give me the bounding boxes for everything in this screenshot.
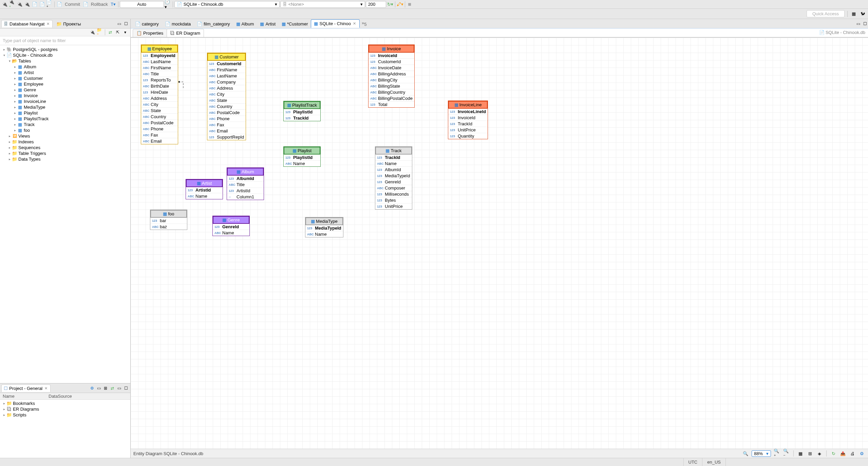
layout-icon[interactable]: ▦: [797, 450, 804, 457]
column-row[interactable]: ABCLastName: [207, 73, 246, 79]
column-row[interactable]: 123PlaylistId: [284, 109, 320, 115]
column-row[interactable]: ABCFirstName: [141, 65, 178, 71]
column-row[interactable]: 123InvoiceId: [369, 53, 414, 59]
views-folder[interactable]: ▸🖼Views: [0, 133, 130, 139]
connect-db-icon[interactable]: 🔌: [16, 1, 23, 8]
entity-invoice[interactable]: ▦ Invoice123InvoiceId123CustomerIdABCInv…: [368, 44, 415, 108]
commit-mode-combo[interactable]: Auto: [120, 1, 164, 8]
entity-invoiceline[interactable]: ▦ InvoiceLine123InvoiceLineId123InvoiceI…: [448, 101, 488, 139]
column-row[interactable]: 123PlaylistId: [284, 155, 320, 161]
column-row[interactable]: 123AlbumId: [227, 176, 264, 182]
close-icon[interactable]: ✕: [352, 21, 357, 26]
search-icon[interactable]: 🔍: [742, 450, 749, 457]
connection-sqlite[interactable]: ▾📄SQLite - Chinook.db: [0, 52, 130, 58]
perspective-db-icon[interactable]: ▦: [850, 11, 857, 17]
entity-employee[interactable]: ▦ Employee123EmployeeIdABCLastNameABCFir…: [141, 44, 178, 144]
column-row[interactable]: 123ReportsTo: [141, 77, 178, 83]
column-row[interactable]: ABCPhone: [141, 126, 178, 132]
entity-playlisttrack[interactable]: ▦ PlaylistTrack123PlaylistId123TrackId: [283, 101, 321, 121]
connection-postgres[interactable]: ▸🐘PostgreSQL - postgres: [0, 47, 130, 52]
link-editor-icon[interactable]: ⇄: [107, 29, 113, 35]
schema-combo[interactable]: 🗄<None>▾: [280, 1, 365, 8]
perspective-dbeaver-icon[interactable]: 🐿: [859, 11, 866, 17]
column-row[interactable]: ABCBillingAddress: [369, 71, 414, 77]
minimize-icon[interactable]: ▭: [855, 21, 861, 27]
settings-icon[interactable]: ⚙: [858, 450, 865, 457]
project-tree[interactable]: ▸📁Bookmarks ▸⿻ER Diagrams ▸📁Scripts: [0, 400, 130, 458]
editor-tab[interactable]: 📄mockdata: [162, 19, 194, 28]
tx-mode-icon[interactable]: T▾: [110, 1, 117, 8]
column-row[interactable]: ABCPostalCode: [207, 110, 246, 116]
column-row[interactable]: ABCBirthDate: [141, 83, 178, 89]
table-item[interactable]: ▸▦Employee: [0, 81, 130, 87]
navigator-tree[interactable]: ▸🐘PostgreSQL - postgres ▾📄SQLite - Chino…: [0, 45, 130, 383]
column-row[interactable]: ABCCity: [207, 91, 246, 97]
entity-track[interactable]: ▦ Track123TrackIdABCName123AlbumId123Med…: [375, 146, 412, 210]
quick-access-button[interactable]: Quick Access: [807, 10, 845, 17]
connect-icon[interactable]: 🔌: [89, 29, 95, 35]
status-locale[interactable]: en_US: [702, 458, 725, 466]
disconnect-icon[interactable]: 🔌: [24, 1, 31, 8]
column-row[interactable]: ABCCompany: [207, 79, 246, 85]
datatypes-folder[interactable]: ▸📁Data Types: [0, 156, 130, 162]
column-row[interactable]: ABCName: [375, 161, 412, 167]
table-item[interactable]: ▸▦Playlist: [0, 110, 130, 116]
datasource-combo[interactable]: 📄SQLite - Chinook.db▾: [174, 1, 280, 8]
triggers-folder[interactable]: ▸📁Table Triggers: [0, 150, 130, 156]
entity-customer[interactable]: ▦ Customer123CustomerIdABCFirstNameABCLa…: [207, 53, 246, 140]
maximize-icon[interactable]: ☐: [862, 21, 868, 27]
column-row[interactable]: 123MediaTypeId: [375, 173, 412, 179]
tab-projects[interactable]: 📁 Проекты: [54, 20, 83, 28]
column-row[interactable]: 123CustomerId: [207, 61, 246, 67]
column-row[interactable]: ABCCountry: [141, 114, 178, 120]
entity-header[interactable]: ▦ Track: [375, 147, 412, 155]
sql-new-icon[interactable]: 📄⁺: [46, 1, 53, 8]
print-icon[interactable]: 🖨: [849, 450, 856, 457]
editor-tab[interactable]: 📄film_category: [194, 19, 233, 28]
entity-genre[interactable]: ▦ Genre123GenreIdABCName: [212, 216, 250, 236]
minimize-icon[interactable]: ▭: [116, 21, 122, 27]
breadcrumb[interactable]: 📄 SQLite - Chinook.db: [819, 30, 865, 35]
commit-button[interactable]: Commit: [63, 2, 81, 7]
entity-artist[interactable]: ▦ Artist123ArtistIdABCName: [186, 179, 223, 199]
column-row[interactable]: 123GenreId: [375, 179, 412, 185]
table-item[interactable]: ▸▦Genre: [0, 87, 130, 93]
erdiagrams-folder[interactable]: ▸⿻ER Diagrams: [0, 406, 130, 412]
link-icon[interactable]: ⇄: [109, 385, 115, 391]
column-row[interactable]: ABCInvoiceDate: [369, 65, 414, 71]
tab-er-diagram[interactable]: ⿻ER Diagram: [167, 29, 204, 37]
column-row[interactable]: 123bar: [150, 218, 187, 224]
rollback-icon[interactable]: 📄: [82, 1, 89, 8]
column-row[interactable]: ABCEmail: [141, 138, 178, 144]
table-item[interactable]: ▸▦Track: [0, 122, 130, 127]
column-row[interactable]: 123ArtistId: [186, 187, 223, 193]
column-row[interactable]: 123MediaTypeId: [305, 225, 343, 231]
grid-icon[interactable]: ⊞: [807, 450, 813, 457]
column-row[interactable]: ABCBillingCity: [369, 77, 414, 83]
refresh-icon[interactable]: ↻▾: [387, 1, 394, 8]
collapse-all-icon[interactable]: ▭: [96, 385, 102, 391]
commit-icon[interactable]: 📄: [56, 1, 63, 8]
history-icon[interactable]: 🕘▾: [165, 1, 171, 8]
column-row[interactable]: 123AlbumId: [375, 167, 412, 173]
expand-icon[interactable]: ⊞: [102, 385, 109, 391]
column-row[interactable]: ABCBillingPostalCode: [369, 95, 414, 102]
column-row[interactable]: 123SupportRepId: [207, 134, 246, 140]
zoom-combo[interactable]: 88% ▾: [752, 450, 771, 457]
column-row[interactable]: 123Quantity: [448, 133, 488, 139]
column-row[interactable]: ABCState: [141, 108, 178, 114]
export-icon[interactable]: 📤: [839, 450, 846, 457]
stop-icon[interactable]: ⏹: [407, 1, 413, 8]
scripts-folder[interactable]: ▸📁Scripts: [0, 412, 130, 418]
minimize-icon[interactable]: ▭: [116, 385, 122, 391]
indexes-folder[interactable]: ▸📁Indexes: [0, 139, 130, 145]
zoom-out-icon[interactable]: 🔍⁻: [783, 450, 790, 457]
tab-database-navigator[interactable]: 🗄 Database Navigat ✕: [1, 20, 53, 28]
editor-tab[interactable]: 📄category: [132, 19, 162, 28]
table-item[interactable]: ▸▦Customer: [0, 75, 130, 81]
zoom-in-icon[interactable]: 🔍⁺: [774, 450, 780, 457]
column-row[interactable]: ABCFax: [141, 132, 178, 138]
column-row[interactable]: 123Bytes: [375, 197, 412, 203]
column-row[interactable]: 123GenreId: [213, 224, 249, 230]
entity-header[interactable]: ▦ InvoiceLine: [448, 101, 488, 109]
